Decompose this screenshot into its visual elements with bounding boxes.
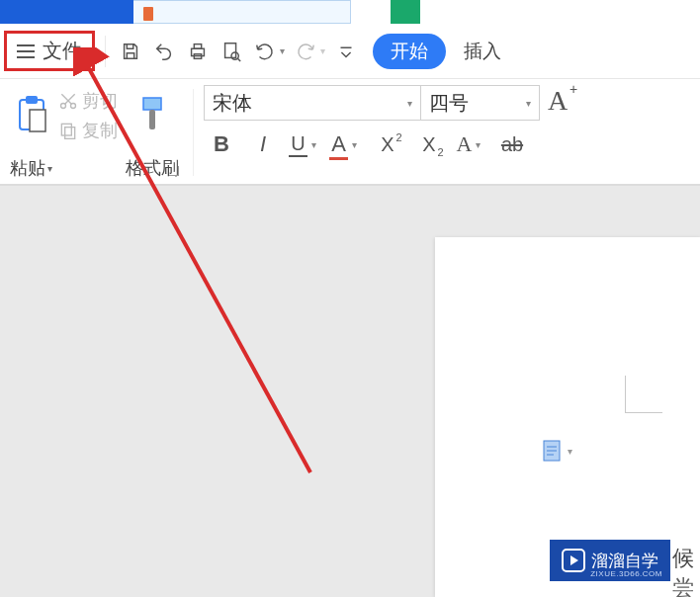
underline-button[interactable]: U▾ (291, 130, 318, 158)
svg-rect-10 (61, 124, 71, 135)
svg-rect-1 (194, 43, 201, 48)
copy-icon (58, 121, 78, 140)
undo-arrow-icon (153, 41, 175, 62)
italic-button[interactable]: I (249, 130, 277, 158)
superscript-button[interactable]: X2 (374, 130, 401, 158)
svg-rect-6 (26, 96, 38, 104)
undo-dropdown[interactable]: ▾ (280, 45, 285, 56)
paste-icon (14, 94, 49, 133)
print-preview-button[interactable] (215, 35, 248, 68)
watermark-url: ZIXUE.3D66.COM (590, 569, 662, 578)
chevron-down-icon: ▾ (526, 98, 531, 109)
subscript-button[interactable]: X2 (415, 130, 443, 158)
superscript-icon: X2 (381, 133, 394, 156)
print-icon (187, 41, 209, 62)
watermark-badge: 溜溜自学 ZIXUE.3D66.COM (550, 540, 670, 581)
svg-rect-12 (143, 98, 161, 110)
italic-icon: I (260, 131, 266, 157)
copy-label: 复制 (82, 119, 118, 142)
redo-dropdown: ▾ (320, 45, 325, 56)
clear-format-button[interactable]: ab (498, 130, 526, 158)
cut-icon (58, 91, 78, 111)
copy-button: 复制 (58, 119, 118, 142)
paste-label: 粘贴 (10, 156, 45, 180)
chevron-down-icon: ▾ (407, 98, 412, 109)
print-button[interactable] (181, 35, 215, 68)
chevron-down-icon: ▾ (568, 446, 572, 457)
title-tab-bar (0, 0, 700, 24)
underline-icon: U (289, 132, 306, 157)
cut-button: 剪切 (58, 89, 118, 113)
app-tab-secondary[interactable] (391, 0, 420, 24)
hamburger-icon (17, 44, 35, 58)
ribbon: 粘贴▾ 剪切 复制 格式刷 宋体 ▾ 四号 (0, 79, 700, 186)
clear-format-icon: ab (501, 133, 523, 156)
redo-icon (295, 41, 316, 62)
customize-qat-button[interactable] (329, 35, 363, 68)
svg-rect-3 (225, 43, 236, 57)
undo-icon (254, 41, 276, 62)
document-text: 候 尝 (672, 544, 694, 597)
paste-group[interactable]: 粘贴▾ (6, 85, 56, 180)
cut-label: 剪切 (82, 89, 118, 113)
subscript-icon: X2 (422, 133, 435, 156)
bold-button[interactable]: B (208, 130, 235, 158)
save-icon (120, 41, 141, 62)
undo-button[interactable] (248, 35, 282, 68)
font-color-button[interactable]: A▾ (332, 130, 360, 158)
tab-start[interactable]: 开始 (373, 34, 446, 69)
grow-font-button[interactable]: A+ (548, 85, 568, 121)
clipboard-launcher[interactable] (169, 166, 179, 176)
font-size-value: 四号 (429, 90, 469, 117)
file-menu-button[interactable]: 文件 (4, 31, 95, 71)
font-size-select[interactable]: 四号 ▾ (421, 85, 540, 121)
quick-access-toolbar: 文件 ▾ ▾ 开始 插入 (0, 24, 700, 79)
more-icon (335, 41, 357, 62)
font-name-select[interactable]: 宋体 ▾ (204, 85, 421, 121)
font-color-icon: A (331, 131, 346, 157)
print-preview-icon (220, 41, 242, 62)
document-icon (542, 439, 562, 463)
play-icon (562, 549, 585, 572)
text-effect-icon: A (457, 131, 473, 157)
svg-rect-11 (65, 128, 75, 139)
svg-rect-7 (30, 110, 45, 131)
svg-rect-13 (149, 110, 155, 129)
format-painter-icon (135, 94, 169, 133)
svg-point-4 (231, 51, 238, 58)
document-canvas[interactable]: ▾ 候 尝 (0, 186, 700, 597)
save-button[interactable] (114, 35, 147, 68)
paragraph-control[interactable]: ▾ (542, 439, 572, 463)
redo-button (289, 35, 322, 68)
document-tab[interactable] (133, 0, 351, 24)
svg-rect-0 (192, 48, 205, 55)
bold-icon: B (214, 131, 229, 157)
format-painter-group[interactable]: 格式刷 (122, 85, 183, 180)
font-name-value: 宋体 (213, 90, 252, 117)
app-tab-active[interactable] (0, 0, 133, 24)
tab-insert[interactable]: 插入 (456, 39, 509, 64)
text-effect-button[interactable]: A▾ (457, 130, 484, 158)
file-menu-label: 文件 (43, 38, 82, 64)
undo-typing-button[interactable] (147, 35, 181, 68)
font-grow-icon: + (569, 81, 577, 97)
margin-corner-mark (625, 376, 662, 413)
